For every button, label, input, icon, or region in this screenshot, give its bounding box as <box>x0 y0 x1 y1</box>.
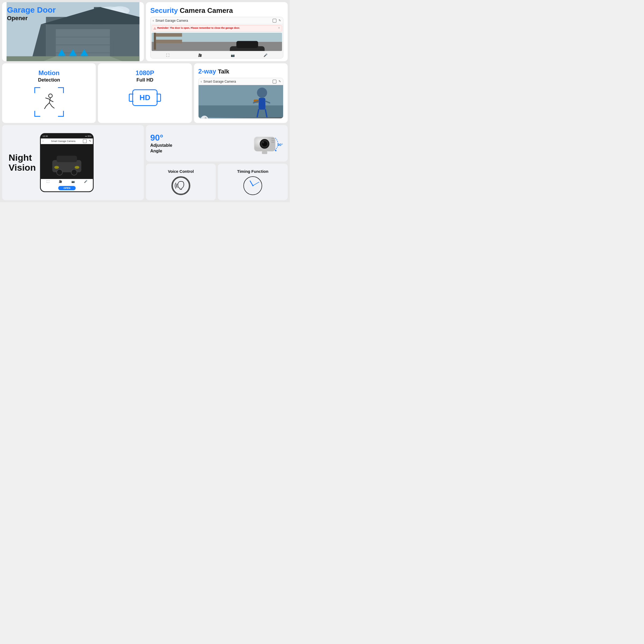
svg-point-42 <box>75 166 79 169</box>
hd-badge: HD <box>140 93 150 102</box>
row3: NightVision 13:30 ▪▪▪ 55% ‹ Smart Garage… <box>2 125 288 200</box>
night-video-icon: 🎥 <box>59 180 62 183</box>
svg-rect-20 <box>154 33 156 50</box>
hd-title: 1080P <box>136 69 154 77</box>
night-copy-icon <box>83 139 87 143</box>
video-icon: 🎥 <box>198 53 202 57</box>
camera-icon: 📷 <box>231 53 235 57</box>
clock-hour-hand <box>250 180 253 186</box>
bracket-top-left <box>34 87 40 93</box>
night-phone-time: 13:30 <box>42 135 48 137</box>
security-title-black2: Camera <box>207 6 233 14</box>
angle-text-wrap: 90° Adjustable Angle <box>150 133 245 154</box>
clock-icon <box>243 176 262 195</box>
bracket-bottom-left <box>34 111 40 117</box>
svg-line-27 <box>49 103 52 107</box>
svg-rect-54 <box>262 151 267 154</box>
svg-line-24 <box>50 100 53 102</box>
garage-title-blue: Garage Door <box>7 5 56 14</box>
hd-cell: 1080P Full HD HD <box>98 63 192 123</box>
svg-marker-55 <box>275 149 277 151</box>
svg-rect-17 <box>236 41 258 48</box>
svg-point-41 <box>54 166 59 169</box>
twoway-edit-icon: ✎ <box>279 80 281 83</box>
voice-icon-wrap <box>171 176 190 195</box>
twoway-title-black: Talk <box>218 68 229 75</box>
night-phone-icons: ✎ <box>83 139 91 143</box>
night-expand-icon: ⛶ <box>47 180 49 183</box>
night-mic-icon: 🎤 <box>84 180 87 183</box>
night-phone-mock: 13:30 ▪▪▪ 55% ‹ Smart Garage Camera ✎ <box>40 133 94 192</box>
bracket-bottom-right <box>58 111 64 117</box>
night-phone-bottom: ⛶ 🎥 📷 🎤 <box>41 179 93 184</box>
night-phone-status: ▪▪▪ 55% <box>85 135 91 137</box>
security-title-blue: Security <box>150 6 178 14</box>
hd-subtitle: Full HD <box>136 77 153 83</box>
svg-point-50 <box>262 142 264 143</box>
svg-text:90°: 90° <box>277 143 283 147</box>
mic-icon: 🎤 <box>264 53 268 57</box>
phone-bottom-bar: ⛶ 🎥 📷 🎤 <box>151 52 283 58</box>
night-title-wrap: NightVision <box>9 153 36 173</box>
voice-control-cell: Voice Control <box>146 164 216 200</box>
twoway-header: 2-way Talk <box>198 68 283 75</box>
garage-title-black: Opener <box>7 15 56 22</box>
alert-banner: ⚠ Reminder: The door is open. Please rem… <box>152 25 282 32</box>
arrow-up-3 <box>81 49 88 56</box>
feature-row: Motion Detection <box>2 63 288 123</box>
night-camera-icon: 📷 <box>71 180 75 183</box>
phone-header: ‹ Smart Garage Camera ✎ <box>151 17 283 24</box>
night-phone-nav: ‹ Smart Garage Camera ✎ <box>41 138 93 144</box>
motion-title-blue: Motion <box>38 69 60 76</box>
phone-back-icon: ‹ <box>153 19 154 23</box>
night-cam-view <box>41 144 93 179</box>
motion-subtitle: Detection <box>38 77 60 83</box>
motion-icon-wrap <box>34 87 64 117</box>
camera-view <box>152 33 282 51</box>
voice-svg-icon <box>172 176 190 195</box>
alert-icon: ⚠ <box>153 27 156 30</box>
night-open-button[interactable]: OPEN <box>41 184 93 191</box>
angle-subtitle: Adjustable Angle <box>150 143 245 154</box>
motion-detection-cell: Motion Detection <box>2 63 96 123</box>
twoway-copy-icon <box>273 80 276 83</box>
svg-rect-51 <box>271 138 275 139</box>
svg-point-31 <box>257 88 267 98</box>
night-title: NightVision <box>9 153 36 173</box>
alert-close-icon[interactable]: ✕ <box>278 27 280 29</box>
svg-line-23 <box>46 98 50 99</box>
twoway-phone-icons: ✎ <box>273 80 281 83</box>
garage-overlay: Garage Door Opener <box>7 5 56 22</box>
security-phone-mockup: ‹ Smart Garage Camera ✎ ⚠ Reminder: The … <box>150 17 283 58</box>
timing-title: Timing Function <box>237 169 268 174</box>
angle-title: 90° <box>150 133 245 143</box>
svg-rect-52 <box>271 140 275 141</box>
svg-point-21 <box>49 94 52 98</box>
twoway-back-icon: ‹ <box>201 79 202 83</box>
night-phone-top-bar: 13:30 ▪▪▪ 55% <box>41 134 93 138</box>
svg-rect-53 <box>271 142 275 143</box>
phone-header-icons: ✎ <box>273 19 281 23</box>
svg-marker-13 <box>43 56 122 61</box>
twoway-title-blue: 2-way <box>198 68 216 75</box>
arrow-up-2 <box>69 49 77 56</box>
svg-rect-30 <box>199 105 283 117</box>
svg-rect-40 <box>57 156 77 162</box>
svg-line-25 <box>46 103 49 106</box>
motion-title: Motion <box>38 69 60 77</box>
security-camera-cell: Security Camera Camera ‹ Smart Garage Ca… <box>146 2 288 61</box>
hd-title-blue: 1080P <box>136 69 154 76</box>
svg-line-26 <box>45 106 46 109</box>
twoway-phone-header: ‹ Smart Garage Camera ✎ <box>199 78 283 85</box>
garage-door-cell: Garage Door Opener <box>2 2 144 61</box>
copy-icon <box>273 19 276 23</box>
twoway-cell: 2-way Talk ‹ Smart Garage Camera ✎ <box>194 63 288 123</box>
security-title-black: Camera <box>180 6 205 14</box>
svg-rect-32 <box>259 98 265 109</box>
twoway-cam-view: 🎤 <box>199 85 283 119</box>
svg-point-43 <box>57 169 63 175</box>
twoway-phone-mock: ‹ Smart Garage Camera ✎ <box>198 78 283 119</box>
phone-title: Smart Garage Camera <box>155 19 273 23</box>
clock-minute-hand <box>253 182 259 186</box>
arrow-up-1 <box>58 49 65 56</box>
